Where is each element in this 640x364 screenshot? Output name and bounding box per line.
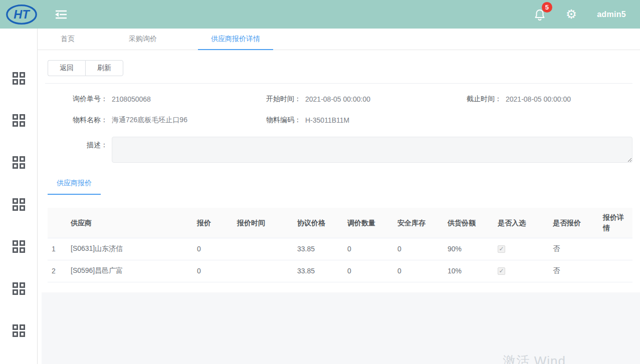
col-quote-time: 报价时间: [233, 208, 293, 238]
inquiry-no-label: 询价单号：: [48, 95, 108, 104]
quote-time-cell: [233, 238, 293, 260]
sidebar-item-1[interactable]: [13, 70, 25, 87]
bottom-panel: 激活 Wind: [42, 292, 640, 364]
table-header-row: 供应商 报价 报价时间 协议价格 调价数量 安全库存 供货份额 是否入选 是否报…: [48, 208, 632, 238]
inquiry-form: 询价单号： 2108050068 开始时间： 2021-08-05 00:00:…: [38, 84, 640, 172]
menu-fold-icon[interactable]: [54, 9, 68, 21]
end-time-label: 截止时间：: [454, 95, 502, 104]
quotes-table: 供应商 报价 报价时间 协议价格 调价数量 安全库存 供货份额 是否入选 是否报…: [48, 208, 632, 282]
topbar-right: 5 ⚙ admin5: [534, 8, 626, 21]
inquiry-no-value: 2108050068: [112, 95, 151, 103]
tab-home[interactable]: 首页: [48, 29, 88, 50]
description-label: 描述：: [48, 137, 108, 150]
col-quoted: 是否报价: [549, 208, 599, 238]
col-quote: 报价: [193, 208, 233, 238]
quoted-cell: 否: [549, 260, 599, 282]
app-root: HT 5 ⚙ admin5: [0, 0, 640, 364]
end-time-value: 2021-08-05 00:00:00: [506, 95, 571, 103]
description-input[interactable]: [112, 137, 632, 163]
gear-icon[interactable]: ⚙: [566, 8, 577, 21]
selected-checkbox[interactable]: ✓: [498, 245, 505, 253]
col-adjust-qty: 调价数量: [343, 208, 393, 238]
form-row-2: 物料名称： 海通726底板毛坯止口96 物料编码： H-35011B11M: [48, 116, 632, 125]
row-index: 2: [48, 260, 67, 282]
sidebar-item-3[interactable]: [13, 154, 25, 171]
safety-stock-cell: 0: [393, 260, 444, 282]
tab-purchase-inquiry[interactable]: 采购询价: [116, 29, 170, 50]
field-end-time: 截止时间： 2021-08-05 00:00:00: [454, 95, 632, 104]
adjust-qty-cell: 0: [343, 238, 393, 260]
selected-cell: ✓: [494, 238, 549, 260]
notification-badge: 5: [542, 2, 552, 13]
col-safety-stock: 安全库存: [393, 208, 444, 238]
col-selected: 是否入选: [494, 208, 549, 238]
body-wrap: 首页 采购询价 供应商报价详情 返回 刷新 询价单号： 2108050068: [0, 29, 640, 364]
subtab-supplier-quotes[interactable]: 供应商报价: [48, 174, 101, 195]
user-menu[interactable]: admin5: [597, 10, 626, 19]
col-agreement-price: 协议价格: [293, 208, 343, 238]
quotes-table-wrap: 供应商 报价 报价时间 协议价格 调价数量 安全库存 供货份额 是否入选 是否报…: [48, 208, 632, 282]
supply-share-cell: 90%: [444, 238, 494, 260]
supplier-cell: [S0596]昌邑广富: [67, 260, 193, 282]
material-name-value: 海通726底板毛坯止口96: [112, 116, 187, 125]
adjust-qty-cell: 0: [343, 260, 393, 282]
apps-grid-icon: [13, 240, 25, 253]
field-inquiry-no: 询价单号： 2108050068: [48, 95, 253, 104]
material-code-value: H-35011B11M: [305, 116, 349, 124]
apps-grid-icon: [13, 114, 25, 127]
table-row: 1 [S0631]山东济信 0 33.85 0 0 90% ✓ 否: [48, 238, 632, 260]
quote-subtabs: 供应商报价: [38, 174, 640, 195]
col-supply-share: 供货份额: [444, 208, 494, 238]
agreement-price-cell: 33.85: [293, 238, 343, 260]
main-area: 首页 采购询价 供应商报价详情 返回 刷新 询价单号： 2108050068: [38, 29, 640, 364]
apps-grid-icon: [13, 156, 25, 169]
safety-stock-cell: 0: [393, 238, 444, 260]
quote-time-cell: [233, 260, 293, 282]
field-material-code: 物料编码： H-35011B11M: [253, 116, 454, 125]
apps-grid-icon: [13, 72, 25, 85]
col-index: [48, 208, 67, 238]
col-supplier: 供应商: [67, 208, 193, 238]
field-description: 描述：: [48, 137, 632, 163]
form-row-1: 询价单号： 2108050068 开始时间： 2021-08-05 00:00:…: [48, 95, 632, 104]
toolbar-button-group: 返回 刷新: [48, 60, 123, 76]
logo-text: HT: [14, 8, 31, 21]
apps-grid-icon: [13, 198, 25, 211]
selected-cell: ✓: [494, 260, 549, 282]
start-time-value: 2021-08-05 00:00:00: [305, 95, 370, 103]
logo-icon: HT: [5, 3, 38, 26]
col-quote-detail: 报价详情: [599, 208, 632, 238]
quote-detail-cell: [599, 260, 632, 282]
agreement-price-cell: 33.85: [293, 260, 343, 282]
table-row: 2 [S0596]昌邑广富 0 33.85 0 0 10% ✓ 否: [48, 260, 632, 282]
supplier-cell: [S0631]山东济信: [67, 238, 193, 260]
sidebar-item-7[interactable]: [13, 322, 25, 339]
field-start-time: 开始时间： 2021-08-05 00:00:00: [253, 95, 454, 104]
sidebar-item-2[interactable]: [13, 112, 25, 129]
company-logo: HT: [5, 3, 38, 26]
material-name-label: 物料名称：: [48, 116, 108, 125]
field-material-name: 物料名称： 海通726底板毛坯止口96: [48, 116, 253, 125]
sidebar-item-4[interactable]: [13, 196, 25, 213]
quoted-cell: 否: [549, 238, 599, 260]
sidebar-item-6[interactable]: [13, 280, 25, 297]
apps-grid-icon: [13, 282, 25, 295]
activate-windows-watermark: 激活 Wind: [503, 352, 566, 364]
selected-checkbox[interactable]: ✓: [498, 267, 505, 275]
sidebar-item-5[interactable]: [13, 238, 25, 255]
quote-cell: 0: [193, 260, 233, 282]
apps-grid-icon: [13, 324, 25, 337]
notification-bell-icon[interactable]: 5: [534, 8, 546, 21]
row-index: 1: [48, 238, 67, 260]
refresh-button[interactable]: 刷新: [85, 60, 123, 76]
sidebar: [0, 29, 38, 364]
supply-share-cell: 10%: [444, 260, 494, 282]
page-tabs: 首页 采购询价 供应商报价详情: [38, 29, 640, 50]
back-button[interactable]: 返回: [48, 60, 85, 76]
quote-cell: 0: [193, 238, 233, 260]
toolbar: 返回 刷新: [38, 50, 640, 76]
start-time-label: 开始时间：: [253, 95, 301, 104]
top-bar: HT 5 ⚙ admin5: [0, 0, 640, 29]
material-code-label: 物料编码：: [253, 116, 301, 125]
tab-supplier-quote-detail[interactable]: 供应商报价详情: [198, 29, 273, 50]
